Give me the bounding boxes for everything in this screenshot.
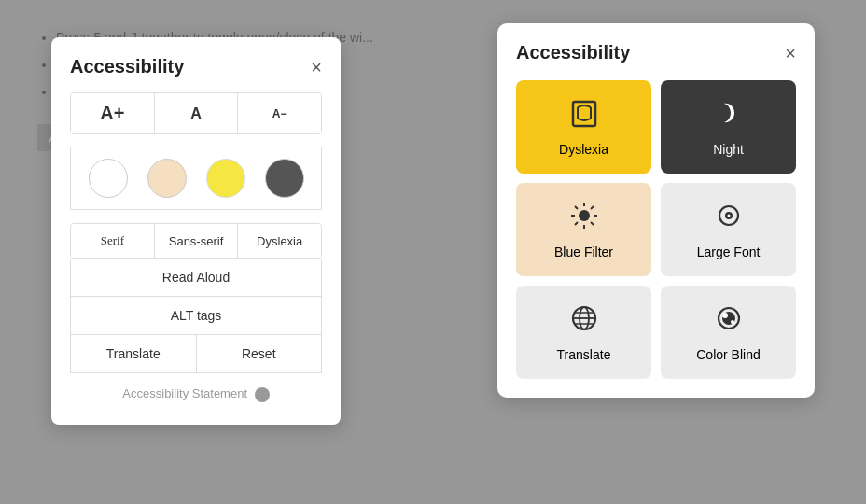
dyslexia-option[interactable]: Dyslexia <box>516 80 651 174</box>
svg-point-1 <box>579 210 590 221</box>
night-icon <box>714 98 744 134</box>
svg-line-9 <box>575 222 578 225</box>
reset-button[interactable]: Reset <box>197 335 322 372</box>
read-aloud-button[interactable]: Read Aloud <box>70 259 322 297</box>
right-accessibility-panel: Accessibility × Dyslexia Night <box>497 23 815 398</box>
translate-option[interactable]: Translate <box>516 286 651 379</box>
left-panel-title: Accessibility <box>70 56 184 77</box>
svg-point-20 <box>722 313 728 318</box>
color-blind-icon <box>714 303 744 340</box>
accessibility-options-grid: Dyslexia Night <box>516 80 796 379</box>
color-dark-button[interactable] <box>265 159 304 198</box>
right-panel-title: Accessibility <box>516 42 630 63</box>
blue-filter-option[interactable]: Blue Filter <box>516 183 651 276</box>
night-option[interactable]: Night <box>661 80 796 174</box>
alt-tags-button[interactable]: ALT tags <box>70 297 322 335</box>
left-accessibility-panel: Accessibility × A+ A A− Serif Sans-serif… <box>51 37 341 425</box>
blue-filter-label: Blue Filter <box>554 245 613 259</box>
font-increase-button[interactable]: A+ <box>71 93 155 133</box>
night-label: Night <box>713 142 744 157</box>
svg-line-7 <box>591 222 594 225</box>
dyslexia-label: Dyslexia <box>559 142 608 157</box>
font-decrease-button[interactable]: A− <box>238 93 321 133</box>
large-font-icon <box>714 201 744 237</box>
dyslexia-icon <box>569 98 599 134</box>
large-font-option[interactable]: Large Font <box>661 183 796 276</box>
color-yellow-button[interactable] <box>206 159 245 198</box>
translate-label: Translate <box>557 347 611 362</box>
font-serif-button[interactable]: Serif <box>71 224 155 258</box>
font-size-controls: A+ A A− <box>70 92 322 134</box>
font-normal-button[interactable]: A <box>155 93 239 133</box>
accessibility-statement-row: Accessibility Statement i <box>70 373 322 406</box>
color-options-row <box>70 147 322 210</box>
translate-button[interactable]: Translate <box>71 335 197 372</box>
font-dyslexia-button[interactable]: Dyslexia <box>238 224 321 258</box>
left-panel-header: Accessibility × <box>70 56 322 77</box>
color-blind-label: Color Blind <box>696 347 760 362</box>
large-font-label: Large Font <box>697 245 761 259</box>
color-beige-button[interactable] <box>147 159 187 198</box>
svg-point-21 <box>731 320 734 324</box>
svg-line-8 <box>591 206 594 209</box>
svg-point-12 <box>727 214 730 217</box>
svg-line-6 <box>575 206 578 209</box>
right-panel-close-button[interactable]: × <box>785 44 796 63</box>
font-sans-button[interactable]: Sans-serif <box>155 224 239 258</box>
accessibility-statement-link[interactable]: Accessibility Statement <box>122 386 247 400</box>
left-panel-close-button[interactable]: × <box>311 58 322 77</box>
color-white-button[interactable] <box>89 159 128 198</box>
blue-filter-icon <box>569 201 599 237</box>
info-icon[interactable]: i <box>255 387 270 402</box>
translate-reset-row: Translate Reset <box>70 335 322 373</box>
color-blind-option[interactable]: Color Blind <box>661 286 796 379</box>
font-type-controls: Serif Sans-serif Dyslexia <box>70 223 322 259</box>
translate-icon <box>569 303 599 340</box>
right-panel-header: Accessibility × <box>516 42 796 63</box>
